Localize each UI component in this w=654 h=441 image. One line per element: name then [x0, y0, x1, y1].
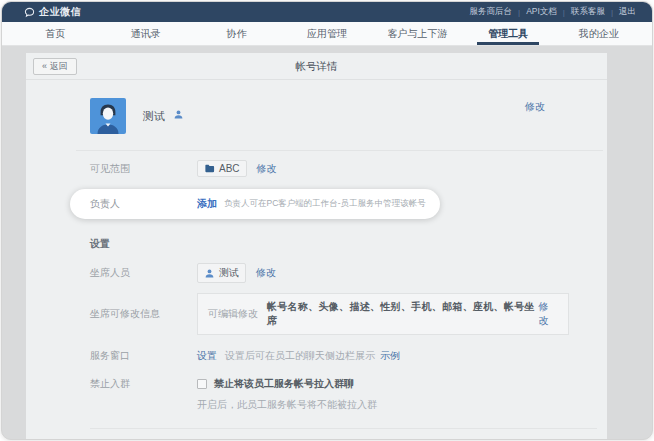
nav-item-my-company[interactable]: 我的企业 — [553, 22, 644, 45]
visible-range-tag: ABC — [197, 160, 247, 177]
nav-item-admin-tools[interactable]: 管理工具 — [463, 22, 554, 45]
editable-info-modify-link[interactable]: 修改 — [538, 300, 558, 328]
editable-info-row: 坐席可修改信息 可编辑修改 帐号名称、头像、描述、性别、手机、邮箱、座机、帐号坐… — [26, 293, 607, 335]
forbid-group-value: 禁止将该员工服务帐号拉入群聊 开启后，此员工服务帐号将不能被拉入群 — [197, 377, 377, 412]
forbid-group-row: 禁止入群 禁止将该员工服务帐号拉入群聊 开启后，此员工服务帐号将不能被拉入群 — [26, 377, 607, 412]
visible-range-tag-text: ABC — [219, 163, 240, 174]
forbid-group-checkbox-label: 禁止将该员工服务帐号拉入群聊 — [214, 377, 354, 391]
nav-item-collaboration[interactable]: 协作 — [191, 22, 282, 45]
person-icon — [204, 268, 215, 279]
brand-text: 企业微信 — [39, 5, 81, 19]
topbar-link-logout[interactable]: 退出 — [619, 6, 636, 18]
chat-bubble-icon — [24, 7, 35, 18]
account-name: 测试 — [143, 110, 165, 122]
topbar-link-support[interactable]: 联系客服 — [571, 6, 605, 18]
owner-hint-text: 负责人可在PC客户端的工作台-员工服务中管理该帐号 — [224, 198, 426, 210]
forbid-group-hint: 开启后，此员工服务帐号将不能被拉入群 — [197, 398, 377, 412]
topbar-links: 服务商后台 | API文档 | 联系客服 | 退出 — [470, 6, 636, 18]
avatar — [90, 98, 126, 134]
folder-icon — [204, 163, 215, 174]
visible-range-modify-link[interactable]: 修改 — [257, 162, 277, 176]
topbar-link-provider[interactable]: 服务商后台 — [470, 6, 513, 18]
service-window-label: 服务窗口 — [90, 349, 197, 363]
person-icon — [173, 109, 184, 120]
nav-item-home[interactable]: 首页 — [10, 22, 101, 45]
back-button[interactable]: « 返回 — [33, 58, 77, 75]
wecom-logo[interactable]: 企业微信 — [24, 5, 81, 19]
separator: | — [611, 8, 613, 17]
editable-info-prefix: 可编辑修改 — [208, 307, 258, 321]
owner-add-link[interactable]: 添加 — [197, 197, 217, 211]
account-detail-panel: « 返回 帐号详情 测试 — [26, 53, 607, 439]
editable-info-label: 坐席可修改信息 — [90, 307, 197, 321]
owner-label: 负责人 — [90, 197, 197, 211]
agents-row: 坐席人员 测试 修改 — [26, 251, 607, 289]
agents-tag: 测试 — [197, 263, 246, 283]
forbid-group-label: 禁止入群 — [90, 377, 197, 391]
agents-label: 坐席人员 — [90, 266, 197, 280]
nav-item-customers[interactable]: 客户与上下游 — [372, 22, 463, 45]
service-window-hint: 设置后可在员工的聊天侧边栏展示 — [225, 349, 375, 363]
visible-range-label: 可见范围 — [90, 162, 197, 176]
editable-info-fields: 帐号名称、头像、描述、性别、手机、邮箱、座机、帐号坐席 — [267, 300, 538, 328]
page-content: « 返回 帐号详情 测试 — [2, 47, 652, 439]
topbar: 企业微信 服务商后台 | API文档 | 联系客服 | 退出 — [2, 2, 652, 22]
profile-modify-link[interactable]: 修改 — [525, 100, 545, 114]
owner-row-highlighted: 负责人 添加 负责人可在PC客户端的工作台-员工服务中管理该帐号 — [70, 189, 440, 219]
page-title: 帐号详情 — [26, 53, 607, 80]
profile-section: 测试 修改 — [26, 80, 607, 150]
editable-info-box: 可编辑修改 帐号名称、头像、描述、性别、手机、邮箱、座机、帐号坐席 修改 — [197, 293, 569, 335]
agents-tag-text: 测试 — [219, 266, 239, 280]
forbid-group-checkbox[interactable] — [197, 379, 207, 389]
divider — [90, 428, 597, 429]
service-window-row: 服务窗口 设置 设置后可在员工的聊天侧边栏展示 示例 — [26, 349, 607, 363]
separator: | — [518, 8, 520, 17]
settings-section-title: 设置 — [90, 237, 607, 251]
detail-toolbar: « 返回 帐号详情 — [26, 53, 607, 80]
agents-modify-link[interactable]: 修改 — [256, 266, 276, 280]
service-window-set-link[interactable]: 设置 — [197, 349, 217, 363]
service-window-example-link[interactable]: 示例 — [380, 349, 400, 363]
nav-item-contacts[interactable]: 通讯录 — [101, 22, 192, 45]
main-nav: 首页 通讯录 协作 应用管理 客户与上下游 管理工具 我的企业 — [2, 22, 652, 46]
browser-window: 企业微信 服务商后台 | API文档 | 联系客服 | 退出 首页 通讯录 协作… — [1, 1, 653, 440]
separator: | — [563, 8, 565, 17]
topbar-link-api-docs[interactable]: API文档 — [526, 6, 557, 18]
visible-range-row: 可见范围 ABC 修改 — [26, 151, 607, 186]
nav-item-app-management[interactable]: 应用管理 — [282, 22, 373, 45]
